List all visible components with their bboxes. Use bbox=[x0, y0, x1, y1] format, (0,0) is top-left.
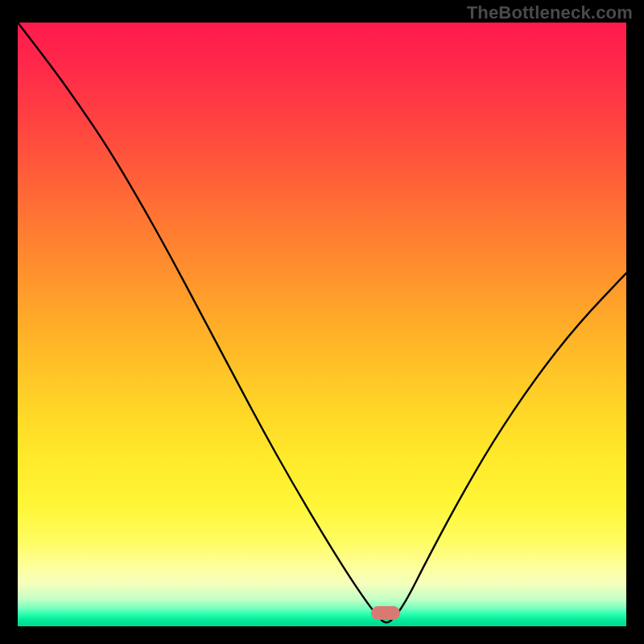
watermark-text: TheBottleneck.com bbox=[467, 2, 633, 23]
chart-frame: TheBottleneck.com bbox=[0, 0, 644, 644]
plot-area bbox=[18, 23, 626, 626]
bottleneck-curve bbox=[18, 23, 626, 626]
bottleneck-curve-path bbox=[18, 23, 626, 622]
optimal-marker bbox=[371, 606, 400, 620]
